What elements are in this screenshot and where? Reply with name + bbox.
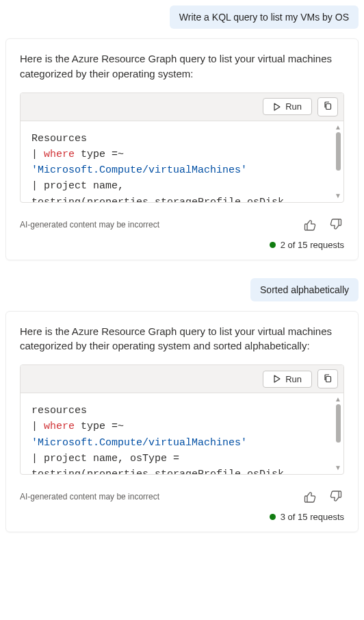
requests-row: 2 of 15 requests [20, 240, 344, 250]
copy-icon [323, 101, 333, 112]
scroll-thumb[interactable] [336, 132, 341, 171]
thumbs-down-icon [329, 218, 343, 232]
disclaimer-text: AI-generated content may be incorrect [20, 492, 159, 501]
scroll-down-icon: ▼ [335, 193, 341, 199]
svg-rect-3 [326, 376, 331, 382]
thumbs-up-icon [303, 490, 317, 504]
user-message-row: Sorted alphabetically [5, 278, 359, 301]
copy-button[interactable] [317, 97, 338, 116]
scrollbar[interactable]: ▲ ▼ [334, 124, 342, 199]
scroll-thumb[interactable] [336, 404, 341, 443]
svg-rect-4 [305, 496, 308, 502]
assistant-card: Here is the Azure Resource Graph query t… [5, 311, 359, 533]
assistant-card: Here is the Azure Resource Graph query t… [5, 38, 359, 260]
code-body-wrap: Resources | where type =~ 'Microsoft.Com… [21, 121, 343, 202]
copy-icon [323, 373, 333, 385]
run-button[interactable]: Run [263, 98, 312, 115]
code-header: Run [21, 93, 343, 121]
thumbs-up-button[interactable] [302, 488, 318, 505]
code-block: Run Resources | where type =~ 'Microsoft… [20, 92, 344, 203]
play-icon [273, 375, 281, 383]
code-header: Run [21, 365, 343, 393]
assistant-text: Here is the Azure Resource Graph query t… [20, 324, 344, 354]
feedback-buttons [302, 488, 344, 505]
disclaimer-text: AI-generated content may be incorrect [20, 220, 159, 230]
scroll-up-icon: ▲ [335, 396, 341, 403]
user-message-row: Write a KQL query to list my VMs by OS [5, 5, 359, 29]
code-block: Run resources | where type =~ 'Microsoft… [20, 364, 344, 475]
status-dot [270, 242, 276, 248]
user-message-text: Write a KQL query to list my VMs by OS [179, 12, 349, 23]
code-body-wrap: resources | where type =~ 'Microsoft.Com… [21, 393, 343, 474]
disclaimer-row: AI-generated content may be incorrect [20, 216, 344, 233]
scrollbar[interactable]: ▲ ▼ [334, 396, 342, 471]
svg-rect-1 [305, 224, 308, 230]
requests-count: 2 of 15 requests [281, 240, 344, 250]
scroll-up-icon: ▲ [335, 124, 341, 131]
requests-row: 3 of 15 requests [20, 512, 344, 522]
play-icon [273, 103, 281, 111]
thumbs-up-button[interactable] [302, 216, 318, 233]
scroll-down-icon: ▼ [335, 464, 341, 471]
code-content[interactable]: Resources | where type =~ 'Microsoft.Com… [21, 121, 343, 202]
requests-count: 3 of 15 requests [281, 512, 344, 522]
svg-rect-2 [339, 219, 341, 225]
user-message-bubble: Write a KQL query to list my VMs by OS [170, 5, 359, 29]
run-button-label: Run [285, 374, 302, 384]
thumbs-up-icon [303, 218, 317, 232]
thumbs-down-icon [329, 490, 343, 504]
copy-button[interactable] [317, 369, 338, 388]
disclaimer-row: AI-generated content may be incorrect [20, 488, 344, 505]
feedback-buttons [302, 216, 344, 233]
run-button-label: Run [285, 101, 302, 112]
user-message-bubble: Sorted alphabetically [250, 278, 359, 301]
thumbs-down-button[interactable] [328, 488, 344, 505]
assistant-text: Here is the Azure Resource Graph query t… [20, 51, 344, 82]
svg-rect-0 [326, 104, 331, 110]
thumbs-down-button[interactable] [328, 216, 344, 233]
svg-rect-5 [339, 491, 341, 497]
user-message-text: Sorted alphabetically [260, 284, 349, 295]
code-content[interactable]: resources | where type =~ 'Microsoft.Com… [21, 393, 343, 474]
status-dot [270, 514, 276, 520]
run-button[interactable]: Run [263, 371, 312, 388]
